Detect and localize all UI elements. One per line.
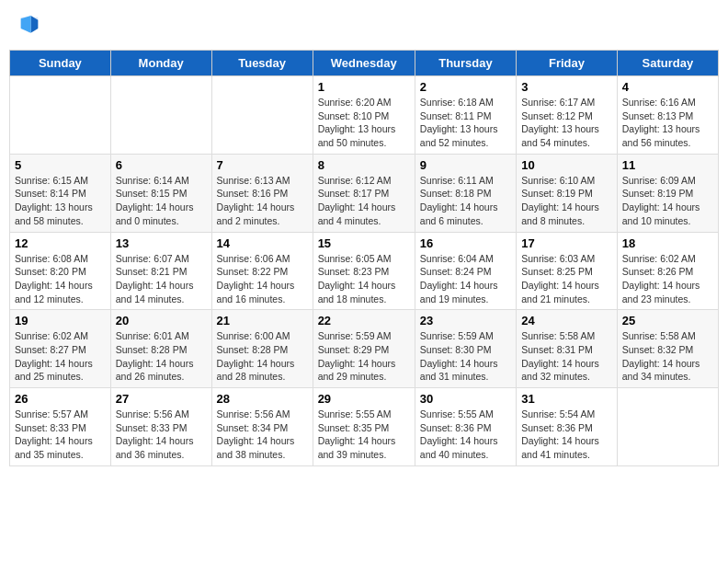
calendar-cell: 2Sunrise: 6:18 AMSunset: 8:11 PMDaylight… (415, 76, 516, 155)
day-number: 23 (420, 314, 511, 327)
day-number: 31 (521, 392, 612, 406)
day-number: 29 (318, 392, 410, 406)
day-number: 17 (521, 236, 612, 250)
weekday-header-sunday: Sunday (10, 51, 111, 76)
day-number: 25 (622, 314, 713, 327)
calendar-cell: 1Sunrise: 6:20 AMSunset: 8:10 PMDaylight… (313, 76, 415, 155)
day-info: Sunrise: 6:01 AMSunset: 8:28 PMDaylight:… (116, 329, 207, 384)
calendar-cell: 27Sunrise: 5:56 AMSunset: 8:33 PMDayligh… (110, 388, 211, 466)
day-number: 15 (318, 236, 410, 250)
day-number: 24 (521, 314, 612, 327)
day-info: Sunrise: 6:08 AMSunset: 8:20 PMDaylight:… (15, 252, 106, 306)
day-number: 3 (521, 80, 612, 94)
day-info: Sunrise: 6:10 AMSunset: 8:19 PMDaylight:… (521, 174, 612, 228)
calendar-cell: 29Sunrise: 5:55 AMSunset: 8:35 PMDayligh… (313, 388, 415, 466)
day-number: 14 (217, 236, 308, 250)
calendar-cell: 14Sunrise: 6:06 AMSunset: 8:22 PMDayligh… (211, 232, 313, 310)
day-info: Sunrise: 6:20 AMSunset: 8:10 PMDaylight:… (318, 96, 410, 150)
calendar-cell (617, 388, 718, 466)
day-info: Sunrise: 5:56 AMSunset: 8:34 PMDaylight:… (217, 408, 308, 462)
calendar-cell: 5Sunrise: 6:15 AMSunset: 8:14 PMDaylight… (10, 154, 111, 232)
weekday-header-row: SundayMondayTuesdayWednesdayThursdayFrid… (10, 51, 719, 76)
day-info: Sunrise: 6:02 AMSunset: 8:26 PMDaylight:… (622, 252, 713, 306)
day-info: Sunrise: 6:04 AMSunset: 8:24 PMDaylight:… (420, 252, 511, 306)
day-info: Sunrise: 6:09 AMSunset: 8:19 PMDaylight:… (622, 174, 713, 228)
calendar-cell (10, 76, 111, 155)
day-number: 11 (622, 158, 713, 172)
day-info: Sunrise: 5:57 AMSunset: 8:33 PMDaylight:… (15, 408, 106, 462)
day-number: 7 (217, 158, 308, 172)
day-number: 1 (318, 80, 410, 94)
calendar-cell: 13Sunrise: 6:07 AMSunset: 8:21 PMDayligh… (110, 232, 211, 310)
day-info: Sunrise: 5:56 AMSunset: 8:33 PMDaylight:… (116, 408, 207, 462)
day-number: 8 (318, 158, 410, 172)
day-number: 30 (420, 392, 511, 406)
calendar-cell: 25Sunrise: 5:58 AMSunset: 8:32 PMDayligh… (617, 310, 718, 388)
day-number: 5 (15, 158, 106, 172)
weekday-header-wednesday: Wednesday (313, 51, 415, 76)
calendar-cell: 28Sunrise: 5:56 AMSunset: 8:34 PMDayligh… (211, 388, 313, 466)
logo (17, 13, 46, 39)
day-number: 10 (521, 158, 612, 172)
calendar-cell: 20Sunrise: 6:01 AMSunset: 8:28 PMDayligh… (110, 310, 211, 388)
day-info: Sunrise: 5:58 AMSunset: 8:31 PMDaylight:… (521, 329, 612, 384)
calendar-cell: 11Sunrise: 6:09 AMSunset: 8:19 PMDayligh… (617, 154, 718, 232)
day-number: 26 (15, 392, 106, 406)
day-number: 22 (318, 314, 410, 327)
calendar-cell: 3Sunrise: 6:17 AMSunset: 8:12 PMDaylight… (517, 76, 618, 155)
day-info: Sunrise: 6:06 AMSunset: 8:22 PMDaylight:… (217, 252, 308, 306)
calendar-cell: 16Sunrise: 6:04 AMSunset: 8:24 PMDayligh… (415, 232, 516, 310)
day-info: Sunrise: 5:59 AMSunset: 8:29 PMDaylight:… (318, 329, 410, 384)
weekday-header-friday: Friday (517, 51, 618, 76)
calendar-cell: 10Sunrise: 6:10 AMSunset: 8:19 PMDayligh… (517, 154, 618, 232)
day-info: Sunrise: 6:02 AMSunset: 8:27 PMDaylight:… (15, 329, 106, 384)
day-info: Sunrise: 6:18 AMSunset: 8:11 PMDaylight:… (420, 96, 511, 150)
calendar-cell: 24Sunrise: 5:58 AMSunset: 8:31 PMDayligh… (517, 310, 618, 388)
weekday-header-tuesday: Tuesday (211, 51, 313, 76)
calendar-cell: 26Sunrise: 5:57 AMSunset: 8:33 PMDayligh… (10, 388, 111, 466)
day-info: Sunrise: 5:54 AMSunset: 8:36 PMDaylight:… (521, 408, 612, 462)
day-info: Sunrise: 6:13 AMSunset: 8:16 PMDaylight:… (217, 174, 308, 228)
day-number: 28 (217, 392, 308, 406)
day-number: 2 (420, 80, 511, 94)
day-info: Sunrise: 6:00 AMSunset: 8:28 PMDaylight:… (217, 329, 308, 384)
logo-icon (17, 13, 42, 39)
weekday-header-thursday: Thursday (415, 51, 516, 76)
weekday-header-monday: Monday (110, 51, 211, 76)
calendar-cell: 18Sunrise: 6:02 AMSunset: 8:26 PMDayligh… (617, 232, 718, 310)
day-info: Sunrise: 5:58 AMSunset: 8:32 PMDaylight:… (622, 329, 713, 384)
day-info: Sunrise: 6:05 AMSunset: 8:23 PMDaylight:… (318, 252, 410, 306)
calendar-cell (211, 76, 313, 155)
calendar-cell: 23Sunrise: 5:59 AMSunset: 8:30 PMDayligh… (415, 310, 516, 388)
day-number: 21 (217, 314, 308, 327)
calendar-cell: 15Sunrise: 6:05 AMSunset: 8:23 PMDayligh… (313, 232, 415, 310)
calendar-cell: 7Sunrise: 6:13 AMSunset: 8:16 PMDaylight… (211, 154, 313, 232)
calendar-table: SundayMondayTuesdayWednesdayThursdayFrid… (9, 50, 719, 466)
calendar-week-2: 5Sunrise: 6:15 AMSunset: 8:14 PMDaylight… (10, 154, 719, 232)
day-info: Sunrise: 6:14 AMSunset: 8:15 PMDaylight:… (116, 174, 207, 228)
calendar-cell: 22Sunrise: 5:59 AMSunset: 8:29 PMDayligh… (313, 310, 415, 388)
day-number: 27 (116, 392, 207, 406)
calendar-cell: 12Sunrise: 6:08 AMSunset: 8:20 PMDayligh… (10, 232, 111, 310)
day-number: 16 (420, 236, 511, 250)
calendar-cell: 30Sunrise: 5:55 AMSunset: 8:36 PMDayligh… (415, 388, 516, 466)
day-info: Sunrise: 5:59 AMSunset: 8:30 PMDaylight:… (420, 329, 511, 384)
day-number: 13 (116, 236, 207, 250)
calendar-cell: 9Sunrise: 6:11 AMSunset: 8:18 PMDaylight… (415, 154, 516, 232)
day-info: Sunrise: 6:11 AMSunset: 8:18 PMDaylight:… (420, 174, 511, 228)
day-number: 18 (622, 236, 713, 250)
calendar-week-5: 26Sunrise: 5:57 AMSunset: 8:33 PMDayligh… (10, 388, 719, 466)
day-number: 12 (15, 236, 106, 250)
calendar-cell: 21Sunrise: 6:00 AMSunset: 8:28 PMDayligh… (211, 310, 313, 388)
day-info: Sunrise: 5:55 AMSunset: 8:36 PMDaylight:… (420, 408, 511, 462)
page-header (9, 9, 719, 42)
day-number: 20 (116, 314, 207, 327)
day-info: Sunrise: 5:55 AMSunset: 8:35 PMDaylight:… (318, 408, 410, 462)
calendar-cell (110, 76, 211, 155)
weekday-header-saturday: Saturday (617, 51, 718, 76)
day-info: Sunrise: 6:12 AMSunset: 8:17 PMDaylight:… (318, 174, 410, 228)
day-number: 19 (15, 314, 106, 327)
day-info: Sunrise: 6:03 AMSunset: 8:25 PMDaylight:… (521, 252, 612, 306)
day-number: 6 (116, 158, 207, 172)
calendar-cell: 19Sunrise: 6:02 AMSunset: 8:27 PMDayligh… (10, 310, 111, 388)
